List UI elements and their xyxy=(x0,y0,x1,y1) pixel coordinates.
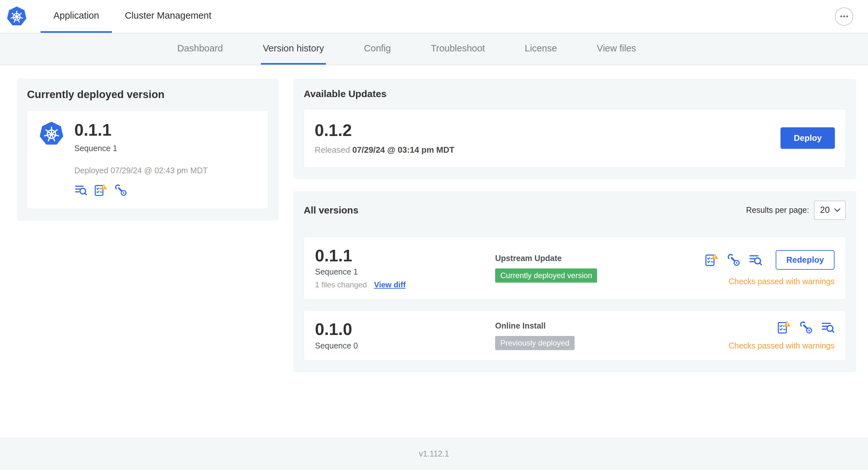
available-updates-panel: Available Updates 0.1.2 Released 07/29/2… xyxy=(293,79,856,179)
deploy-logs-icon[interactable] xyxy=(749,253,762,267)
view-diff-link[interactable]: View diff xyxy=(374,280,405,289)
edit-config-icon[interactable] xyxy=(114,183,127,196)
subnav-tab-dashboard[interactable]: Dashboard xyxy=(175,33,225,65)
preflight-checks-warning-icon[interactable] xyxy=(777,321,791,334)
update-version-number: 0.1.2 xyxy=(315,122,454,139)
edit-config-icon[interactable] xyxy=(727,253,740,267)
more-options-button[interactable] xyxy=(835,7,853,26)
results-per-page-value: 20 xyxy=(820,205,830,215)
all-versions-title: All versions xyxy=(304,205,359,216)
version-source-label: Online Install xyxy=(495,321,729,331)
tab-cluster-management[interactable]: Cluster Management xyxy=(112,0,224,33)
released-date: Released 07/29/24 @ 03:14 pm MDT xyxy=(315,145,454,155)
kubernetes-icon xyxy=(39,121,64,146)
version-source-label: Upstream Update xyxy=(495,254,705,263)
version-row: 0.1.1 Sequence 1 1 files changed View di… xyxy=(304,237,846,300)
subnav-tab-view-files[interactable]: View files xyxy=(595,33,638,65)
row-version-number: 0.1.0 xyxy=(315,321,495,338)
row-sequence-label: Sequence 0 xyxy=(315,341,495,350)
row-version-number: 0.1.1 xyxy=(315,247,495,265)
row-sequence-label: Sequence 1 xyxy=(315,267,495,276)
top-navbar: Application Cluster Management xyxy=(0,0,868,33)
results-per-page-select[interactable]: 20 xyxy=(814,201,846,220)
deployed-version-number: 0.1.1 xyxy=(74,121,208,139)
app-subnav: Dashboard Version history Config Trouble… xyxy=(0,33,868,65)
deployed-sequence-label: Sequence 1 xyxy=(74,144,208,153)
main-content: Currently deployed version 0.1.1 Sequenc… xyxy=(0,65,868,372)
subnav-tab-version-history[interactable]: Version history xyxy=(261,33,326,65)
subnav-tab-troubleshoot[interactable]: Troubleshoot xyxy=(429,33,487,65)
previously-deployed-badge: Previously deployed xyxy=(495,336,575,350)
subnav-tab-license[interactable]: License xyxy=(523,33,559,65)
console-version-label: v1.112.1 xyxy=(419,449,449,459)
available-update-card: 0.1.2 Released 07/29/24 @ 03:14 pm MDT D… xyxy=(304,109,846,167)
deployed-date: Deployed 07/29/24 @ 02:43 pm MDT xyxy=(74,166,208,175)
currently-deployed-card: 0.1.1 Sequence 1 Deployed 07/29/24 @ 02:… xyxy=(27,110,268,209)
chevron-down-icon xyxy=(834,208,841,212)
preflight-checks-warning-icon[interactable] xyxy=(94,183,107,196)
deploy-button[interactable]: Deploy xyxy=(780,127,835,149)
all-versions-panel: All versions Results per page: 20 0.1.1 … xyxy=(293,191,856,373)
redeploy-button[interactable]: Redeploy xyxy=(776,250,835,270)
kubernetes-logo xyxy=(6,6,27,27)
subnav-tab-config[interactable]: Config xyxy=(362,33,393,65)
deploy-logs-icon[interactable] xyxy=(821,321,835,334)
released-date-value: 07/29/24 @ 03:14 pm MDT xyxy=(352,145,454,155)
edit-config-icon[interactable] xyxy=(799,321,813,334)
tab-application[interactable]: Application xyxy=(40,0,112,33)
checks-status: Checks passed with warnings xyxy=(729,277,835,286)
ellipsis-icon xyxy=(838,11,850,22)
footer: v1.112.1 xyxy=(0,438,868,470)
currently-deployed-title: Currently deployed version xyxy=(27,89,268,101)
version-row: 0.1.0 Sequence 0 Online Install Previous… xyxy=(304,310,846,361)
results-per-page: Results per page: 20 xyxy=(746,201,846,220)
currently-deployed-badge: Currently deployed version xyxy=(495,268,597,282)
all-versions-header: All versions Results per page: 20 xyxy=(304,201,846,220)
deployed-actions xyxy=(74,183,208,196)
deploy-logs-icon[interactable] xyxy=(74,183,87,196)
available-updates-title: Available Updates xyxy=(304,89,846,99)
released-label: Released xyxy=(315,145,350,155)
checks-status: Checks passed with warnings xyxy=(729,341,835,350)
results-per-page-label: Results per page: xyxy=(746,205,809,215)
currently-deployed-panel: Currently deployed version 0.1.1 Sequenc… xyxy=(17,79,279,221)
files-changed-label: 1 files changed xyxy=(315,280,367,289)
preflight-checks-warning-icon[interactable] xyxy=(705,253,718,267)
